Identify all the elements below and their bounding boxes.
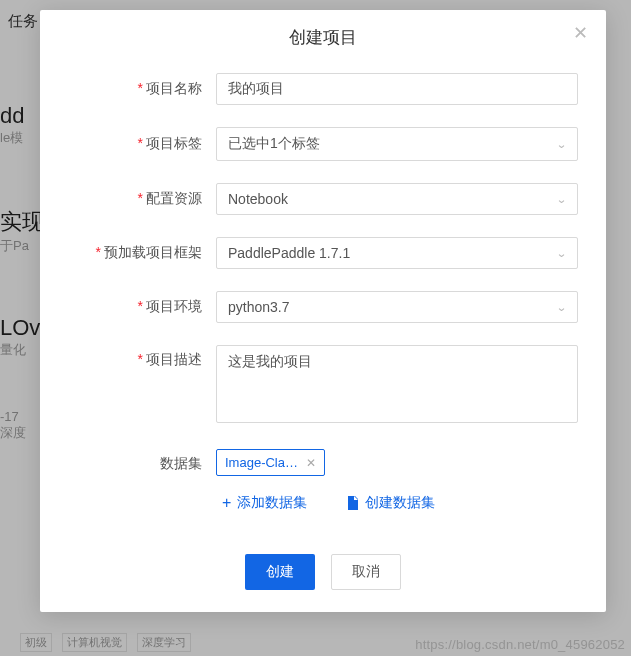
plus-icon: + [222,495,231,511]
modal-header: 创建项目 ✕ [40,10,606,63]
project-tags-select[interactable]: 已选中1个标签 ⌄ [216,127,578,161]
label-desc: *项目描述 [40,345,216,369]
label-dataset: 数据集 [40,449,216,473]
label-project-tags: *项目标签 [40,135,216,153]
create-dataset-button[interactable]: 创建数据集 [347,494,435,512]
field-dataset: 数据集 Image-Cla… ✕ + 添加数据集 创建数据集 [40,449,578,512]
chevron-down-icon: ⌄ [556,247,567,260]
dataset-chip-text: Image-Cla… [225,455,298,470]
field-framework: *预加载项目框架 PaddlePaddle 1.7.1 ⌄ [40,237,578,269]
project-name-input[interactable] [216,73,578,105]
field-resource: *配置资源 Notebook ⌄ [40,183,578,215]
remove-dataset-icon[interactable]: ✕ [306,456,316,470]
add-dataset-button[interactable]: + 添加数据集 [222,494,307,512]
resource-select[interactable]: Notebook ⌄ [216,183,578,215]
file-icon [347,496,359,510]
field-desc: *项目描述 [40,345,578,427]
chevron-down-icon: ⌄ [556,138,567,151]
field-project-tags: *项目标签 已选中1个标签 ⌄ [40,127,578,161]
close-icon[interactable]: ✕ [573,24,588,42]
label-env: *项目环境 [40,298,216,316]
dataset-chip: Image-Cla… ✕ [216,449,325,476]
add-dataset-label: 添加数据集 [237,494,307,512]
field-project-name: *项目名称 [40,73,578,105]
modal-footer: 创建 取消 [40,534,606,612]
field-env: *项目环境 python3.7 ⌄ [40,291,578,323]
select-value: 已选中1个标签 [228,135,320,153]
chevron-down-icon: ⌄ [556,193,567,206]
desc-textarea[interactable] [216,345,578,423]
select-value: python3.7 [228,299,290,315]
select-value: PaddlePaddle 1.7.1 [228,245,350,261]
create-project-modal: 创建项目 ✕ *项目名称 *项目标签 已选中1个标签 ⌄ *配置资源 Noteb… [40,10,606,612]
chevron-down-icon: ⌄ [556,301,567,314]
submit-button[interactable]: 创建 [245,554,315,590]
label-project-name: *项目名称 [40,80,216,98]
cancel-button[interactable]: 取消 [331,554,401,590]
env-select[interactable]: python3.7 ⌄ [216,291,578,323]
framework-select[interactable]: PaddlePaddle 1.7.1 ⌄ [216,237,578,269]
label-resource: *配置资源 [40,190,216,208]
modal-body: *项目名称 *项目标签 已选中1个标签 ⌄ *配置资源 Notebook ⌄ [40,63,606,512]
watermark: https://blog.csdn.net/m0_45962052 [415,637,625,652]
dataset-actions: + 添加数据集 创建数据集 [216,494,578,512]
modal-title: 创建项目 [289,28,357,47]
label-framework: *预加载项目框架 [40,244,216,262]
create-dataset-label: 创建数据集 [365,494,435,512]
select-value: Notebook [228,191,288,207]
